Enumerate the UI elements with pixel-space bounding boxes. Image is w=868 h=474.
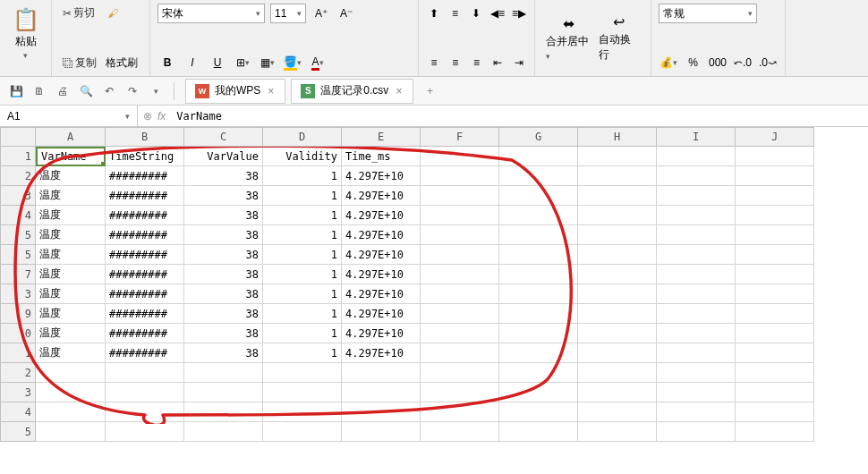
align-bottom-button[interactable]: ⬇ bbox=[468, 4, 484, 23]
cell[interactable] bbox=[578, 245, 657, 265]
cell[interactable] bbox=[421, 225, 499, 245]
rtl-button[interactable]: ⇤ bbox=[489, 53, 506, 72]
row-header[interactable]: 3 bbox=[0, 284, 36, 304]
cell[interactable]: ######### bbox=[106, 225, 184, 245]
cell[interactable] bbox=[736, 225, 814, 245]
cell[interactable] bbox=[499, 147, 578, 166]
underline-button[interactable]: U bbox=[208, 53, 227, 72]
cell[interactable]: VarName bbox=[36, 147, 106, 166]
row-header[interactable]: 1 bbox=[0, 147, 36, 166]
cell[interactable] bbox=[499, 304, 578, 324]
currency-button[interactable]: 💰▾ bbox=[659, 53, 678, 72]
cell[interactable]: 1 bbox=[263, 343, 342, 363]
align-middle-button[interactable]: ≡ bbox=[447, 4, 464, 23]
close-icon[interactable]: × bbox=[394, 85, 404, 97]
cell[interactable] bbox=[736, 422, 814, 442]
row-header[interactable]: 0 bbox=[0, 324, 36, 343]
cell[interactable] bbox=[342, 422, 421, 442]
cell[interactable]: ######### bbox=[106, 245, 184, 265]
cell[interactable] bbox=[657, 265, 736, 284]
cell[interactable] bbox=[499, 265, 578, 284]
undo-button[interactable]: ↶ bbox=[98, 80, 120, 102]
cell[interactable] bbox=[657, 304, 736, 324]
cell[interactable]: 4.297E+10 bbox=[342, 186, 421, 206]
cell[interactable] bbox=[657, 402, 736, 422]
cell[interactable] bbox=[578, 422, 657, 442]
cell[interactable]: 1 bbox=[263, 186, 342, 206]
cell[interactable] bbox=[342, 383, 421, 402]
row-header[interactable]: 5 bbox=[0, 422, 36, 442]
cell[interactable]: 温度 bbox=[36, 245, 106, 265]
cell[interactable]: ######### bbox=[106, 166, 184, 186]
fx-cancel-button[interactable]: ⊗ bbox=[143, 110, 152, 123]
cell[interactable] bbox=[342, 402, 421, 422]
cell[interactable]: 38 bbox=[184, 284, 263, 304]
cell[interactable] bbox=[736, 245, 814, 265]
cell[interactable]: 1 bbox=[263, 284, 342, 304]
border-style-button[interactable]: ▦▾ bbox=[258, 53, 277, 72]
cell[interactable] bbox=[657, 343, 736, 363]
cell[interactable] bbox=[421, 324, 499, 343]
row-header[interactable]: 9 bbox=[0, 304, 36, 324]
cell[interactable]: 38 bbox=[184, 324, 263, 343]
save-as-button[interactable]: 🗎 bbox=[29, 80, 50, 102]
cell[interactable]: ######### bbox=[106, 304, 184, 324]
save-button[interactable]: 💾 bbox=[5, 80, 27, 102]
font-size-select[interactable]: 11▾ bbox=[270, 4, 306, 23]
cell[interactable] bbox=[499, 402, 578, 422]
cell[interactable]: 温度 bbox=[36, 343, 106, 363]
cell[interactable] bbox=[578, 324, 657, 343]
col-header-H[interactable]: H bbox=[578, 127, 657, 147]
cell[interactable] bbox=[499, 284, 578, 304]
cell[interactable]: 4.297E+10 bbox=[342, 304, 421, 324]
cell[interactable]: 38 bbox=[184, 245, 263, 265]
cell[interactable] bbox=[421, 363, 499, 383]
cell[interactable] bbox=[421, 147, 499, 166]
copy-button[interactable]: ⿻复制 bbox=[59, 54, 100, 72]
cell[interactable] bbox=[106, 363, 184, 383]
cell[interactable] bbox=[657, 363, 736, 383]
cell[interactable] bbox=[499, 363, 578, 383]
align-right-button[interactable]: ≡ bbox=[469, 53, 485, 72]
row-header[interactable]: 2 bbox=[0, 166, 36, 186]
decrease-font-button[interactable]: A⁻ bbox=[336, 4, 356, 23]
cell[interactable]: VarValue bbox=[184, 147, 263, 166]
cut-button[interactable]: ✂剪切 bbox=[59, 4, 98, 22]
col-header-C[interactable]: C bbox=[184, 127, 263, 147]
cell[interactable] bbox=[184, 383, 263, 402]
cell[interactable]: 1 bbox=[263, 324, 342, 343]
percent-button[interactable]: % bbox=[684, 53, 702, 72]
cell[interactable]: ######### bbox=[106, 186, 184, 206]
cell[interactable] bbox=[578, 284, 657, 304]
cell[interactable]: ######### bbox=[106, 206, 184, 225]
print-preview-button[interactable]: 🔍 bbox=[75, 80, 97, 102]
cell[interactable] bbox=[421, 265, 499, 284]
cell[interactable]: 1 bbox=[263, 206, 342, 225]
print-button[interactable]: 🖨 bbox=[52, 80, 73, 102]
cell[interactable] bbox=[736, 265, 814, 284]
cell[interactable] bbox=[342, 363, 421, 383]
cell[interactable] bbox=[736, 363, 814, 383]
col-header-I[interactable]: I bbox=[657, 127, 736, 147]
cell[interactable]: 温度 bbox=[36, 206, 106, 225]
new-tab-button[interactable]: + bbox=[421, 82, 438, 100]
tab-csv-file[interactable]: S 温度记录0.csv × bbox=[291, 79, 413, 104]
cell[interactable] bbox=[421, 284, 499, 304]
cell[interactable]: 4.297E+10 bbox=[342, 225, 421, 245]
cell[interactable] bbox=[421, 343, 499, 363]
bold-button[interactable]: B bbox=[157, 53, 177, 72]
cell[interactable]: 38 bbox=[184, 225, 263, 245]
cell[interactable]: 4.297E+10 bbox=[342, 324, 421, 343]
cell[interactable]: 温度 bbox=[36, 186, 106, 206]
comma-button[interactable]: 000 bbox=[708, 53, 728, 72]
cell[interactable] bbox=[736, 166, 814, 186]
cell[interactable] bbox=[578, 186, 657, 206]
cell[interactable] bbox=[184, 422, 263, 442]
cell[interactable] bbox=[499, 166, 578, 186]
cell[interactable]: 38 bbox=[184, 186, 263, 206]
cell[interactable] bbox=[657, 383, 736, 402]
ltr-button[interactable]: ⇥ bbox=[511, 53, 527, 72]
cell[interactable]: 1 bbox=[263, 304, 342, 324]
cell[interactable] bbox=[657, 422, 736, 442]
cell[interactable] bbox=[736, 343, 814, 363]
